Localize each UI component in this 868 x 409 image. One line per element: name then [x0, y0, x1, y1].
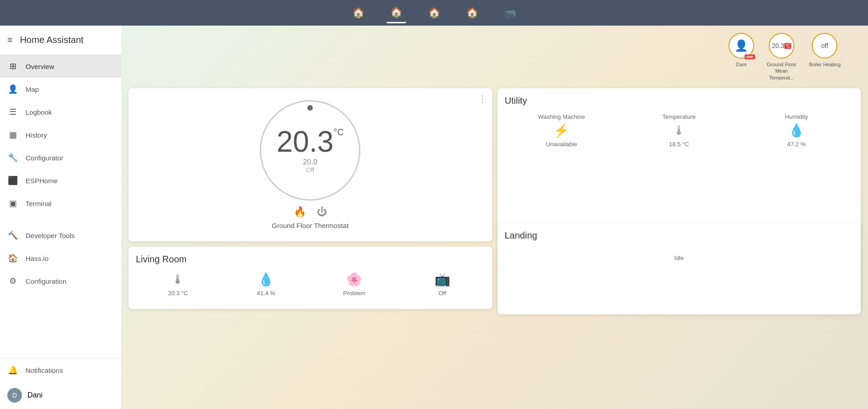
living-room-humidity[interactable]: 💧 41.4 %: [224, 272, 309, 297]
thermostat-unit: °C: [333, 127, 343, 138]
utility-humidity-label: Humidity: [785, 113, 808, 120]
landing-card: Landing Idle: [498, 223, 861, 314]
boiler-badge: off: [812, 33, 837, 58]
living-room-title: Living Room: [136, 254, 485, 265]
sidebar-item-map[interactable]: 👤 Map: [0, 78, 121, 101]
history-icon: ▦: [7, 130, 18, 140]
sidebar-label-notifications: Notifications: [26, 367, 63, 374]
landing-idle-value: Idle: [505, 255, 854, 261]
sensor-grid: 🌡 20.3 °C 💧 41.4 % 🌸 Problem 📺 Off: [136, 272, 485, 297]
quick-item-boiler[interactable]: off Boiler Heating: [809, 33, 841, 68]
thermostat-controls: 🔥 ⏻: [294, 206, 327, 218]
sidebar-header: ≡ Home Assistant: [0, 26, 121, 55]
hamburger-icon[interactable]: ≡: [7, 35, 13, 45]
thermostat-name: Ground Floor Thermostat: [272, 222, 348, 229]
esphome-icon: ⬛: [7, 175, 18, 186]
nav-home2-icon[interactable]: 🏠: [386, 3, 406, 23]
user-name: Dani: [27, 391, 43, 399]
user-initial: D: [12, 392, 17, 399]
quick-item-ground-temp[interactable]: 20.3°C Ground Floor Mean Temperat...: [763, 33, 800, 81]
sidebar-label-developer-tools: Developer Tools: [26, 232, 75, 239]
living-room-problem[interactable]: 🌸 Problem: [312, 272, 396, 297]
sidebar-item-history[interactable]: ▦ History: [0, 123, 121, 146]
nav-home4-icon[interactable]: 🏠: [462, 3, 482, 22]
terminal-icon: ▣: [7, 198, 18, 208]
utility-temp-icon: 🌡: [673, 123, 686, 138]
living-room-temp[interactable]: 🌡 20.3 °C: [136, 272, 220, 297]
top-navigation: 🏠 🏠 🏠 🏠 📹: [0, 0, 868, 26]
avatar: D: [7, 388, 22, 403]
sidebar-item-notifications[interactable]: 🔔 Notifications: [0, 359, 121, 382]
configurator-icon: 🔧: [7, 153, 18, 163]
sidebar-label-terminal: Terminal: [26, 200, 52, 207]
sidebar-item-developer-tools[interactable]: 🔨 Developer Tools: [0, 224, 121, 247]
utility-title: Utility: [505, 96, 854, 106]
sidebar-item-configuration[interactable]: ⚙ Configuration: [0, 270, 121, 292]
sidebar-label-hassio: Hass.io: [26, 255, 48, 262]
washing-machine-label: Washing Machine: [538, 113, 585, 120]
cards-grid: ⋮ 20.3 °C 20.0 Off 🔥 ⏻: [121, 88, 868, 322]
hassio-icon: 🏠: [7, 253, 18, 263]
utility-grid: Washing Machine ⚡ Unavailable Temperatur…: [505, 113, 854, 148]
developer-tools-icon: 🔨: [7, 230, 18, 240]
nav-home3-icon[interactable]: 🏠: [424, 3, 444, 22]
utility-item-washing-machine[interactable]: Washing Machine ⚡ Unavailable: [505, 113, 619, 148]
utility-humidity-value: 47.2 %: [787, 141, 805, 148]
sidebar: ≡ Home Assistant ⊞ Overview 👤 Map ☰ Logb…: [0, 26, 121, 409]
thermostat-card: ⋮ 20.3 °C 20.0 Off 🔥 ⏻: [129, 88, 492, 241]
logbook-icon: ☰: [7, 107, 18, 117]
sidebar-item-terminal[interactable]: ▣ Terminal: [0, 192, 121, 215]
sidebar-user[interactable]: D Dani: [0, 382, 121, 409]
notifications-icon: 🔔: [7, 365, 18, 375]
content-area: 👤 UNK Dani 20.3°C Ground Floor Mean Temp…: [121, 26, 868, 409]
lr-problem-value: Problem: [343, 290, 365, 297]
quick-item-dani[interactable]: 👤 UNK Dani: [729, 33, 754, 68]
sidebar-label-overview: Overview: [26, 63, 54, 70]
ground-temp-badge: 20.3°C: [769, 33, 794, 58]
thermostat-setpoint: 20.0: [303, 158, 317, 166]
sidebar-label-map: Map: [26, 85, 39, 93]
sidebar-label-esphome: ESPHome: [26, 177, 58, 185]
lr-cast-icon: 📺: [434, 272, 450, 287]
sidebar-item-logbook[interactable]: ☰ Logbook: [0, 101, 121, 123]
main-layout: ≡ Home Assistant ⊞ Overview 👤 Map ☰ Logb…: [0, 26, 868, 409]
ground-temp-label: Ground Floor Mean Temperat...: [763, 61, 800, 81]
sidebar-item-esphome[interactable]: ⬛ ESPHome: [0, 169, 121, 192]
lr-humidity-value: 41.4 %: [257, 290, 275, 297]
utility-item-temperature[interactable]: Temperature 🌡 18.5 °C: [622, 113, 736, 148]
sidebar-item-hassio[interactable]: 🏠 Hass.io: [0, 247, 121, 270]
thermostat-power-icon[interactable]: ⏻: [317, 206, 327, 218]
ground-temp-value: 20.3: [772, 42, 784, 49]
lr-cast-value: Off: [439, 290, 446, 297]
thermostat-temp-value: 20.3: [277, 127, 334, 156]
sidebar-bottom: 🔔 Notifications D Dani: [0, 358, 121, 409]
sidebar-label-configuration: Configuration: [26, 277, 66, 285]
boiler-value: off: [821, 42, 828, 49]
thermostat-flame-icon[interactable]: 🔥: [294, 206, 306, 218]
utility-temp-label: Temperature: [662, 113, 696, 120]
dani-badge: 👤 UNK: [729, 33, 754, 58]
map-icon: 👤: [7, 84, 18, 94]
utility-temp-value: 18.5 °C: [669, 141, 689, 148]
nav-home1-icon[interactable]: 🏠: [348, 3, 368, 22]
lr-humidity-icon: 💧: [258, 272, 274, 287]
washing-machine-value: Unavailable: [546, 141, 577, 148]
nav-camera-icon[interactable]: 📹: [500, 3, 520, 22]
living-room-card: Living Room 🌡 20.3 °C 💧 41.4 % 🌸 Problem: [129, 247, 492, 309]
thermostat-wrapper: 20.3 °C 20.0 Off 🔥 ⏻ Ground Floor Thermo…: [136, 96, 485, 234]
sidebar-item-overview[interactable]: ⊞ Overview: [0, 55, 121, 78]
sidebar-item-configurator[interactable]: 🔧 Configurator: [0, 146, 121, 169]
lr-temp-icon: 🌡: [171, 272, 184, 287]
quick-access-bar: 👤 UNK Dani 20.3°C Ground Floor Mean Temp…: [121, 26, 868, 88]
utility-card: Utility Washing Machine ⚡ Unavailable Te…: [498, 88, 861, 241]
overview-icon: ⊞: [7, 61, 18, 71]
thermostat-indicator-dot: [307, 105, 313, 111]
app-title: Home Assistant: [20, 35, 84, 45]
utility-item-humidity[interactable]: Humidity 💧 47.2 %: [739, 113, 853, 148]
lr-problem-icon: 🌸: [346, 272, 362, 287]
living-room-cast[interactable]: 📺 Off: [400, 272, 485, 297]
lr-temp-value: 20.3 °C: [168, 290, 188, 297]
thermostat-menu-icon[interactable]: ⋮: [478, 94, 487, 104]
thermostat-status: Off: [306, 166, 314, 174]
washing-machine-icon: ⚡: [553, 123, 569, 138]
